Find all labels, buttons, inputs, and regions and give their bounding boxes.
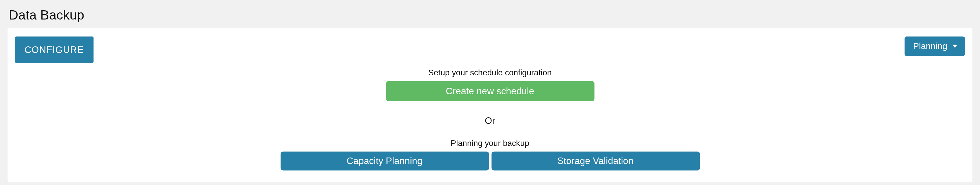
- storage-validation-button[interactable]: Storage Validation: [491, 151, 700, 171]
- capacity-planning-button[interactable]: Capacity Planning: [280, 151, 488, 171]
- planning-helper-text: Planning your backup: [15, 138, 965, 148]
- planning-dropdown[interactable]: Planning: [904, 36, 965, 56]
- planning-dropdown-label: Planning: [913, 41, 947, 51]
- page-title: Data Backup: [0, 0, 980, 28]
- top-toolbar: CONFIGURE Planning: [15, 36, 965, 63]
- caret-down-icon: [952, 45, 957, 48]
- configure-button[interactable]: CONFIGURE: [15, 36, 93, 63]
- main-panel: CONFIGURE Planning Setup your schedule c…: [8, 28, 973, 182]
- create-schedule-button[interactable]: Create new schedule: [386, 81, 594, 101]
- create-schedule-button-label: Create new schedule: [446, 85, 534, 97]
- configure-button-label: CONFIGURE: [24, 44, 84, 55]
- or-separator: Or: [15, 115, 965, 125]
- capacity-planning-button-label: Capacity Planning: [347, 156, 422, 167]
- center-content: Setup your schedule configuration Create…: [15, 68, 965, 171]
- setup-helper-text: Setup your schedule configuration: [15, 68, 965, 77]
- planning-button-row: Capacity Planning Storage Validation: [15, 151, 965, 171]
- storage-validation-button-label: Storage Validation: [557, 156, 634, 167]
